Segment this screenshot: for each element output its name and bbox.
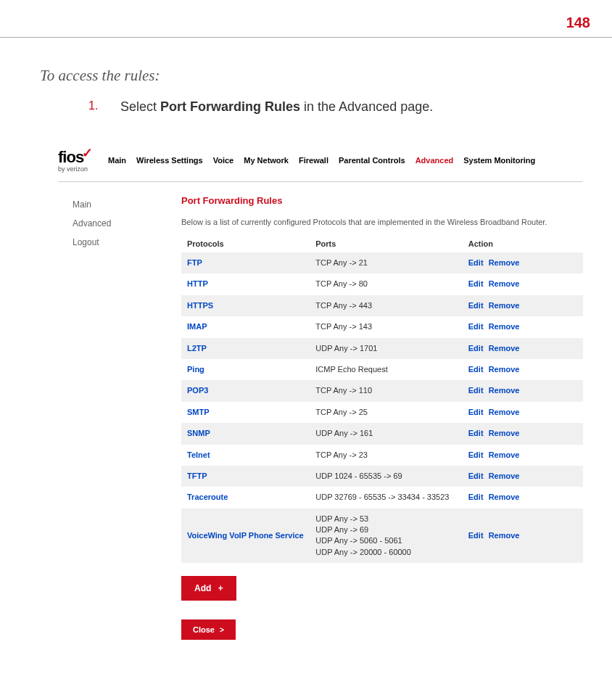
ports-cell: UDP Any -> 161 <box>310 423 463 444</box>
topnav-item[interactable]: Firewall <box>299 156 328 165</box>
topnav-item[interactable]: System Monitoring <box>463 156 535 165</box>
protocol-link[interactable]: Ping <box>187 365 204 374</box>
ports-cell: TCP Any -> 80 <box>310 273 463 295</box>
topnav-item[interactable]: Voice <box>213 156 234 165</box>
edit-link[interactable]: Edit <box>468 493 484 501</box>
edit-link[interactable]: Edit <box>468 322 484 331</box>
edit-link[interactable]: Edit <box>468 344 484 353</box>
protocol-link[interactable]: FTP <box>187 258 202 267</box>
ports-cell: UDP Any -> 53UDP Any -> 69UDP Any -> 506… <box>310 508 463 564</box>
col-action: Action <box>463 235 583 252</box>
router-screenshot: fios ✓ by verizon MainWireless SettingsV… <box>58 144 583 640</box>
page-title: Port Forwarding Rules <box>181 192 583 218</box>
top-nav: MainWireless SettingsVoiceMy NetworkFire… <box>102 156 583 165</box>
col-ports: Ports <box>310 235 463 252</box>
ports-cell: TCP Any -> 143 <box>310 316 463 337</box>
page-divider <box>0 37 612 38</box>
page-number: 148 <box>0 0 612 37</box>
table-row: VoiceWing VoIP Phone ServiceUDP Any -> 5… <box>181 508 583 564</box>
add-button[interactable]: Add + <box>181 576 236 601</box>
ports-cell: UDP Any -> 1701 <box>310 338 463 359</box>
table-row: TFTPUDP 1024 - 65535 -> 69Edit Remove <box>181 466 583 487</box>
header-divider <box>58 181 583 182</box>
protocol-link[interactable]: TFTP <box>187 472 207 480</box>
table-row: SMTPTCP Any -> 25Edit Remove <box>181 402 583 423</box>
remove-link[interactable]: Remove <box>489 472 520 480</box>
plus-icon: + <box>218 583 223 593</box>
rules-table: Protocols Ports Action FTPTCP Any -> 21E… <box>181 235 583 563</box>
protocol-link[interactable]: HTTP <box>187 279 208 288</box>
edit-link[interactable]: Edit <box>468 386 484 395</box>
add-button-label: Add <box>194 583 211 593</box>
protocol-link[interactable]: IMAP <box>187 322 207 331</box>
edit-link[interactable]: Edit <box>468 279 484 288</box>
protocol-link[interactable]: Traceroute <box>187 493 228 501</box>
remove-link[interactable]: Remove <box>489 386 520 395</box>
topnav-item[interactable]: Advanced <box>415 156 454 165</box>
protocol-link[interactable]: Telnet <box>187 450 210 459</box>
remove-link[interactable]: Remove <box>489 493 520 501</box>
edit-link[interactable]: Edit <box>468 429 484 437</box>
fios-logo: fios ✓ by verizon <box>58 148 88 173</box>
remove-link[interactable]: Remove <box>489 365 520 374</box>
table-row: HTTPTCP Any -> 80Edit Remove <box>181 273 583 295</box>
remove-link[interactable]: Remove <box>489 429 520 437</box>
col-protocols: Protocols <box>181 235 310 252</box>
ports-cell: UDP 32769 - 65535 -> 33434 - 33523 <box>310 487 463 508</box>
table-row: TracerouteUDP 32769 - 65535 -> 33434 - 3… <box>181 487 583 508</box>
sidebar-item[interactable]: Main <box>73 195 181 214</box>
topnav-item[interactable]: Wireless Settings <box>136 156 203 165</box>
edit-link[interactable]: Edit <box>468 450 484 459</box>
chevron-right-icon: > <box>220 626 224 634</box>
protocol-link[interactable]: POP3 <box>187 386 208 395</box>
edit-link[interactable]: Edit <box>468 301 484 310</box>
table-row: HTTPSTCP Any -> 443Edit Remove <box>181 295 583 316</box>
main-content: Port Forwarding Rules Below is a list of… <box>181 192 583 640</box>
step-1: 1. Select Port Forwarding Rules in the A… <box>0 92 612 136</box>
step-text-suffix: in the Advanced page. <box>300 99 433 114</box>
close-button-label: Close <box>193 625 215 634</box>
sidebar-item[interactable]: Logout <box>73 233 181 252</box>
remove-link[interactable]: Remove <box>489 301 520 310</box>
close-button[interactable]: Close > <box>181 619 236 640</box>
remove-link[interactable]: Remove <box>489 258 520 267</box>
page-description: Below is a list of currently configured … <box>181 218 583 235</box>
logo-main: fios ✓ <box>58 148 83 167</box>
step-text-bold: Port Forwarding Rules <box>160 99 300 114</box>
protocol-link[interactable]: SNMP <box>187 429 210 437</box>
remove-link[interactable]: Remove <box>489 408 520 416</box>
step-text-prefix: Select <box>120 99 160 114</box>
step-number: 1. <box>88 99 98 112</box>
table-row: SNMPUDP Any -> 161Edit Remove <box>181 423 583 444</box>
protocol-link[interactable]: L2TP <box>187 344 207 353</box>
edit-link[interactable]: Edit <box>468 365 484 374</box>
ports-cell: TCP Any -> 443 <box>310 295 463 316</box>
sidebar-item[interactable]: Advanced <box>73 214 181 233</box>
topnav-item[interactable]: My Network <box>244 156 289 165</box>
table-row: POP3TCP Any -> 110Edit Remove <box>181 380 583 401</box>
table-row: FTPTCP Any -> 21Edit Remove <box>181 252 583 273</box>
remove-link[interactable]: Remove <box>489 450 520 459</box>
ports-cell: TCP Any -> 23 <box>310 445 463 466</box>
table-row: TelnetTCP Any -> 23Edit Remove <box>181 445 583 466</box>
remove-link[interactable]: Remove <box>489 531 520 540</box>
ports-cell: TCP Any -> 21 <box>310 252 463 273</box>
table-row: IMAPTCP Any -> 143Edit Remove <box>181 316 583 337</box>
sidebar: MainAdvancedLogout <box>58 192 181 640</box>
protocol-link[interactable]: HTTPS <box>187 301 213 310</box>
ports-cell: TCP Any -> 110 <box>310 380 463 401</box>
remove-link[interactable]: Remove <box>489 279 520 288</box>
edit-link[interactable]: Edit <box>468 258 484 267</box>
ports-cell: TCP Any -> 25 <box>310 402 463 423</box>
edit-link[interactable]: Edit <box>468 531 484 540</box>
edit-link[interactable]: Edit <box>468 408 484 416</box>
remove-link[interactable]: Remove <box>489 322 520 331</box>
ports-cell: UDP 1024 - 65535 -> 69 <box>310 466 463 487</box>
protocol-link[interactable]: SMTP <box>187 408 210 416</box>
edit-link[interactable]: Edit <box>468 472 484 480</box>
protocol-link[interactable]: VoiceWing VoIP Phone Service <box>187 531 304 540</box>
table-row: PingICMP Echo RequestEdit Remove <box>181 359 583 380</box>
topnav-item[interactable]: Parental Controls <box>339 156 405 165</box>
topnav-item[interactable]: Main <box>108 156 126 165</box>
remove-link[interactable]: Remove <box>489 344 520 353</box>
